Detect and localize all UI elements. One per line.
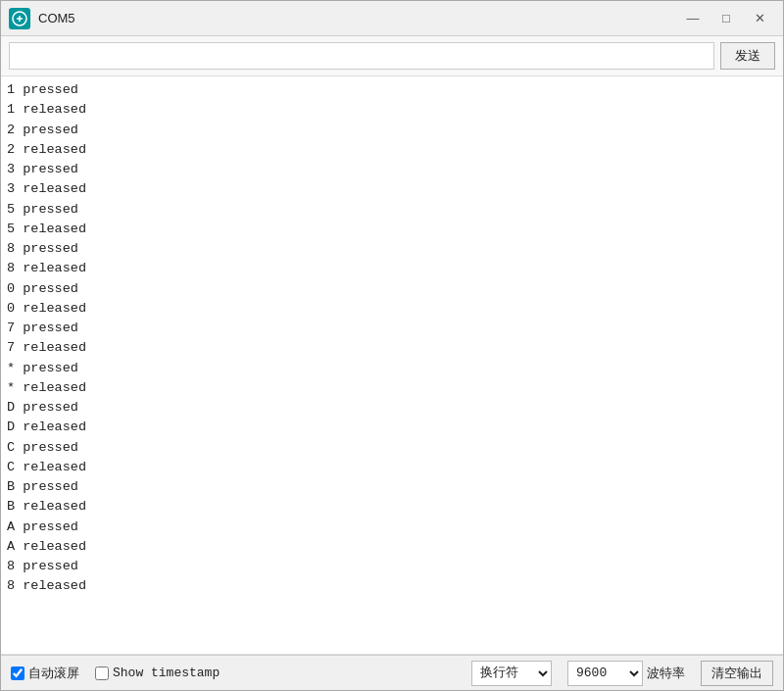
newline-dropdown[interactable]: 换行符无换行符NLCR xyxy=(471,661,552,686)
output-line: 1 pressed xyxy=(7,80,777,100)
close-button[interactable]: ✕ xyxy=(744,6,775,31)
window-title: COM5 xyxy=(38,11,677,25)
timestamp-checkbox-group[interactable]: Show timestamp xyxy=(95,666,220,680)
output-line: D released xyxy=(7,418,777,437)
output-line: 8 pressed xyxy=(7,557,777,576)
output-line: 8 released xyxy=(7,576,777,596)
output-line: A pressed xyxy=(7,518,777,537)
output-line: 7 pressed xyxy=(7,319,777,338)
output-line: B pressed xyxy=(7,477,777,497)
output-line: 2 released xyxy=(7,140,777,160)
autoscroll-checkbox[interactable] xyxy=(11,666,24,680)
serial-input[interactable] xyxy=(9,42,714,70)
maximize-button[interactable]: □ xyxy=(710,6,742,31)
timestamp-label: Show timestamp xyxy=(113,666,220,680)
window-controls: — □ ✕ xyxy=(677,6,775,31)
output-line: 7 released xyxy=(7,338,777,358)
output-line: 5 released xyxy=(7,220,777,239)
output-line: 3 pressed xyxy=(7,160,777,179)
status-bar: 自动滚屏 Show timestamp 换行符无换行符NLCR 96001920… xyxy=(1,655,783,690)
output-line: C released xyxy=(7,458,777,477)
output-line: 8 released xyxy=(7,259,777,278)
baudrate-group: 9600192003840057600115200 波特率 xyxy=(567,661,685,686)
autoscroll-checkbox-group[interactable]: 自动滚屏 xyxy=(11,665,79,682)
send-button[interactable]: 发送 xyxy=(720,42,775,70)
serial-output-area[interactable]: 1 pressed1 released2 pressed2 released3 … xyxy=(1,76,783,655)
baudrate-dropdown[interactable]: 9600192003840057600115200 xyxy=(567,661,643,686)
app-icon xyxy=(9,8,30,29)
output-line: B released xyxy=(7,497,777,517)
timestamp-checkbox[interactable] xyxy=(95,666,109,680)
output-line: * released xyxy=(7,378,777,398)
arduino-serial-monitor: COM5 — □ ✕ 发送 1 pressed1 released2 press… xyxy=(0,0,784,691)
output-line: 8 pressed xyxy=(7,239,777,259)
output-line: 0 released xyxy=(7,299,777,319)
output-line: * pressed xyxy=(7,359,777,378)
output-line: 1 released xyxy=(7,100,777,120)
baud-unit-label: 波特率 xyxy=(647,665,685,682)
output-line: 2 pressed xyxy=(7,121,777,140)
clear-output-button[interactable]: 清空输出 xyxy=(701,661,773,686)
newline-group: 换行符无换行符NLCR xyxy=(471,661,552,686)
title-bar: COM5 — □ ✕ xyxy=(1,1,783,36)
output-line: A released xyxy=(7,537,777,557)
send-toolbar: 发送 xyxy=(1,36,783,76)
output-line: C pressed xyxy=(7,438,777,458)
minimize-button[interactable]: — xyxy=(677,6,709,31)
output-line: 3 released xyxy=(7,179,777,199)
output-line: D pressed xyxy=(7,398,777,418)
autoscroll-label: 自动滚屏 xyxy=(28,665,79,682)
output-line: 0 pressed xyxy=(7,279,777,299)
output-line: 5 pressed xyxy=(7,200,777,220)
